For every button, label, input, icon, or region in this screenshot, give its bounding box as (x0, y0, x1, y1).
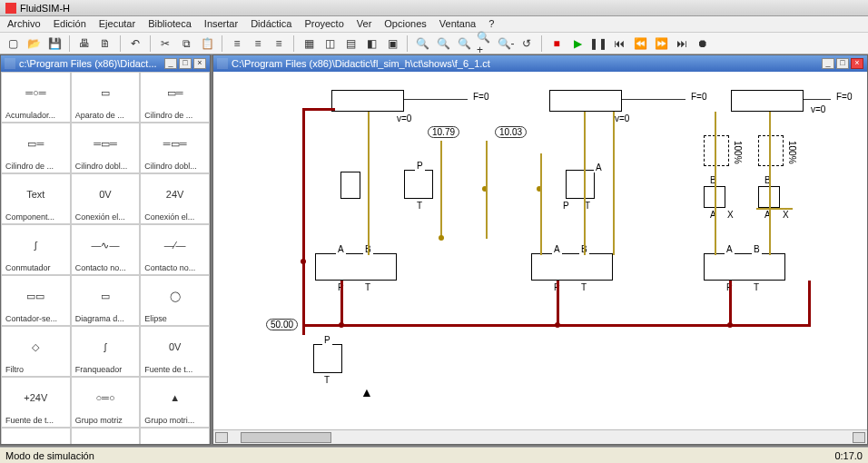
palette-cell[interactable]: ◇Filtro (1, 326, 71, 377)
component-glyph-icon: ∫ (4, 227, 68, 263)
horizontal-scrollbar[interactable] (213, 429, 867, 444)
palette-cell[interactable]: —∿—Contacto no... (71, 224, 141, 275)
palette-cell[interactable]: ⊗Indicador lu... (140, 428, 210, 444)
directional-valve-3[interactable] (704, 253, 785, 281)
component-label: Fuente de t... (143, 365, 207, 374)
boundary-icon[interactable]: ▣ (383, 34, 401, 53)
palette-cell[interactable]: ∫Conmutador (1, 224, 71, 275)
menu-biblioteca[interactable]: Biblioteca (144, 17, 195, 31)
cylinder-2[interactable] (549, 90, 622, 112)
ruler-icon[interactable]: ▤ (341, 34, 360, 53)
maximize-icon[interactable]: □ (179, 58, 192, 69)
menu-ver[interactable]: Ver (353, 17, 376, 31)
scroll-thumb[interactable] (241, 432, 331, 443)
palette-cell[interactable]: ▭Diagrama d... (71, 275, 141, 326)
palette-cell[interactable]: ═▭═Cilindro dobl... (140, 123, 210, 173)
palette-cell[interactable]: ▭Indicador ac... (71, 428, 141, 444)
menu-ventana[interactable]: Ventana (436, 17, 479, 31)
close-icon[interactable]: × (193, 58, 206, 69)
gauge-2: 10.03 (495, 126, 527, 138)
palette-cell[interactable]: ═▭═Cilindro dobl... (71, 123, 141, 173)
menu-ejecutar[interactable]: Ejecutar (95, 17, 139, 31)
palette-cell[interactable]: 0VConexión el... (71, 173, 141, 224)
sim-stop-icon[interactable]: ■ (547, 34, 566, 53)
palette-cell[interactable]: ◯Elipse (140, 275, 210, 326)
component-glyph-icon: 24V (143, 176, 207, 212)
relief-valve-main[interactable] (313, 344, 342, 373)
palette-cell[interactable]: 0VFuente de t... (140, 326, 210, 377)
paste-icon[interactable]: 📋 (198, 34, 216, 53)
align-left-icon[interactable]: ≡ (228, 34, 246, 53)
palette-cell[interactable]: ◯→Hidromotor (1, 428, 71, 444)
sim-step-fwd-icon[interactable]: ⏩ (652, 34, 670, 53)
zoom-region-icon[interactable]: 🔍 (434, 34, 452, 53)
throttle-valve-1[interactable] (340, 172, 360, 199)
port-label-a: A (763, 210, 773, 220)
save-icon[interactable]: 💾 (45, 34, 64, 53)
align-right-icon[interactable]: ≡ (270, 34, 288, 53)
diagram-canvas[interactable]: F=0 v=0 F=0 v=0 F=0 v=0 10.79 10.03 P T … (213, 72, 867, 429)
diagram-titlebar[interactable]: C:\Program Files (x86)\Didactic\fl_sim_h… (213, 55, 867, 72)
copy-icon[interactable]: ⧉ (177, 34, 195, 53)
cylinder-3[interactable] (731, 90, 804, 112)
close-icon[interactable]: × (851, 58, 863, 69)
menu-edicion[interactable]: Edición (50, 17, 90, 31)
sim-step-back-icon[interactable]: ⏪ (631, 34, 649, 53)
print-preview-icon[interactable]: 🗎 (96, 34, 114, 53)
palette-scroll[interactable]: ═○═Acumulador...▭Aparato de ...▭═Cilindr… (1, 72, 210, 444)
palette-cell[interactable]: ○═○Grupo motriz (71, 377, 141, 428)
palette-cell[interactable]: ═○═Acumulador... (1, 72, 71, 123)
directional-valve-1[interactable] (315, 253, 397, 281)
menu-opciones[interactable]: Opciones (380, 17, 429, 31)
undo-icon[interactable]: ↶ (126, 34, 144, 53)
menu-didactica[interactable]: Didáctica (247, 17, 295, 31)
palette-cell[interactable]: ▲Grupo motri... (140, 377, 210, 428)
menu-insertar[interactable]: Insertar (201, 17, 242, 31)
zoom-prev-icon[interactable]: ↺ (518, 34, 536, 53)
scroll-left-icon[interactable] (215, 432, 228, 443)
new-file-icon[interactable]: ▢ (4, 34, 22, 53)
palette-cell[interactable]: ▭▭Contador-se... (1, 275, 71, 326)
palette-cell[interactable]: TextComponent... (1, 173, 71, 224)
zoom-1to1-icon[interactable]: 🔍 (455, 34, 473, 53)
zoom-in-icon[interactable]: 🔍+ (476, 34, 494, 53)
relief-valve-1[interactable] (404, 170, 433, 199)
palette-cell[interactable]: —∕—Contacto no... (140, 224, 210, 275)
component-label: Franqueador (74, 365, 138, 374)
component-glyph-icon: ═▭═ (143, 125, 207, 162)
palette-cell[interactable]: ▭═Cilindro de ... (1, 123, 71, 173)
prop-valve-2[interactable] (758, 135, 784, 166)
directional-valve-2[interactable] (531, 253, 613, 281)
menu-proyecto[interactable]: Proyecto (301, 17, 347, 31)
layers-icon[interactable]: ◫ (321, 34, 339, 53)
zoom-fit-icon[interactable]: 🔍 (413, 34, 431, 53)
sim-rewind-icon[interactable]: ⏮ (610, 34, 628, 53)
align-center-icon[interactable]: ≡ (249, 34, 267, 53)
grid-icon[interactable]: ▦ (300, 34, 318, 53)
sim-play-icon[interactable]: ▶ (568, 34, 587, 53)
sim-record-icon[interactable]: ⏺ (694, 34, 712, 53)
sim-pause-icon[interactable]: ❚❚ (589, 34, 607, 53)
cylinder-1[interactable] (331, 90, 404, 112)
minimize-icon[interactable]: _ (164, 58, 177, 69)
relief-valve-2[interactable] (566, 170, 595, 199)
port-label-t: T (752, 282, 761, 292)
sim-end-icon[interactable]: ⏭ (673, 34, 691, 53)
palette-cell[interactable]: ▭═Cilindro de ... (140, 72, 210, 123)
zoom-out-icon[interactable]: 🔍- (497, 34, 515, 53)
palette-cell[interactable]: +24VFuente de t... (1, 377, 71, 428)
palette-cell[interactable]: ∫Franqueador (71, 326, 141, 377)
menu-archivo[interactable]: Archivo (4, 17, 44, 31)
palette-titlebar[interactable]: c:\Program Files (x86)\Didact... _ □ × (1, 55, 210, 72)
palette-cell[interactable]: ▭Aparato de ... (71, 72, 141, 123)
cut-icon[interactable]: ✂ (156, 34, 174, 53)
print-icon[interactable]: 🖶 (75, 34, 94, 53)
snap-icon[interactable]: ◧ (362, 34, 380, 53)
maximize-icon[interactable]: □ (836, 58, 849, 69)
minimize-icon[interactable]: _ (822, 58, 834, 69)
menu-help[interactable]: ? (485, 17, 498, 31)
prop-valve-1[interactable] (704, 135, 729, 166)
open-file-icon[interactable]: 📂 (25, 34, 43, 53)
scroll-right-icon[interactable] (853, 432, 865, 443)
palette-cell[interactable]: 24VConexión el... (140, 173, 210, 224)
